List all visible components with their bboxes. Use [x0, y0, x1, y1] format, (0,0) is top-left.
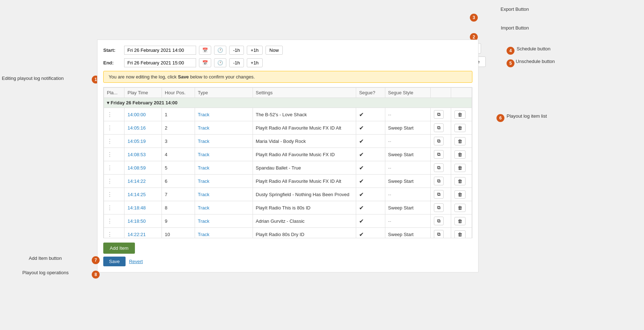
unschedule-label-text: Unschedule button	[516, 59, 555, 64]
add-item-label: Add Item button	[29, 256, 62, 261]
table-row: ⋮ 14:14:22 6 Track PlayIt Radio All Favo…	[104, 175, 472, 188]
delete-action-cell: 🗑	[451, 188, 472, 201]
delete-button[interactable]: 🗑	[454, 150, 466, 159]
playtime-link[interactable]: 14:05:16	[127, 125, 146, 131]
type-link[interactable]: Track	[198, 165, 209, 171]
playtime-cell: 14:05:19	[124, 135, 162, 148]
playtime-link[interactable]: 14:00:00	[127, 112, 146, 117]
settings-value: PlayIt Radio All Favourite Music FX ID A…	[256, 178, 341, 184]
start-calendar-icon[interactable]: 📅	[199, 46, 211, 55]
hourpos-value: 8	[165, 205, 167, 211]
hourpos-value: 1	[165, 112, 167, 117]
end-input[interactable]	[124, 58, 196, 67]
copy-button[interactable]: ⧉	[434, 177, 444, 185]
delete-button[interactable]: 🗑	[454, 217, 466, 225]
revert-button[interactable]: Revert	[129, 259, 143, 264]
drag-handle-cell: ⋮	[104, 121, 124, 135]
start-minus1h-button[interactable]: -1h	[229, 46, 244, 55]
end-calendar-icon[interactable]: 📅	[199, 58, 211, 67]
export-label-text: Export Button	[500, 6, 529, 12]
type-cell: Track	[195, 188, 253, 201]
playtime-link[interactable]: 14:18:48	[127, 205, 146, 211]
start-clock-icon[interactable]: 🕐	[214, 46, 226, 55]
playtime-link[interactable]: 14:08:59	[127, 165, 146, 171]
type-cell: Track	[195, 121, 253, 135]
settings-value: PlayIt Radio This is 80s ID	[256, 205, 310, 211]
playtime-cell: 14:00:00	[124, 108, 162, 121]
delete-button[interactable]: 🗑	[454, 204, 466, 212]
col-header-hourpos: Hour Pos.	[162, 88, 195, 98]
drag-handle[interactable]: ⋮	[107, 218, 113, 224]
segue-style-dash: --	[388, 165, 391, 171]
playtime-link[interactable]: 14:22:21	[127, 232, 146, 237]
drag-handle[interactable]: ⋮	[107, 125, 113, 131]
delete-button[interactable]: 🗑	[454, 177, 466, 185]
end-plus1h-button[interactable]: +1h	[247, 58, 263, 67]
type-link[interactable]: Track	[198, 218, 209, 224]
add-item-button[interactable]: Add Item	[103, 243, 135, 254]
hourpos-value: 7	[165, 192, 167, 197]
delete-button[interactable]: 🗑	[454, 164, 466, 172]
delete-action-cell: 🗑	[451, 214, 472, 228]
drag-handle[interactable]: ⋮	[107, 191, 113, 198]
copy-button[interactable]: ⧉	[434, 137, 444, 145]
hourpos-cell: 6	[162, 175, 195, 188]
type-cell: Track	[195, 214, 253, 228]
type-link[interactable]: Track	[198, 232, 209, 237]
drag-handle[interactable]: ⋮	[107, 178, 113, 184]
type-link[interactable]: Track	[198, 152, 209, 157]
table-row: ⋮ 14:22:21 10 Track PlayIt Radio 80s Dry…	[104, 228, 472, 239]
delete-button[interactable]: 🗑	[454, 190, 466, 199]
settings-cell: PlayIt Radio All Favourite Music FX ID A…	[253, 121, 356, 135]
badge-6: 6	[496, 114, 504, 122]
copy-button[interactable]: ⧉	[434, 230, 444, 238]
start-input[interactable]	[124, 46, 196, 55]
playtime-link[interactable]: 14:18:50	[127, 218, 146, 224]
type-link[interactable]: Track	[198, 125, 209, 131]
copy-button[interactable]: ⧉	[434, 217, 444, 225]
type-link[interactable]: Track	[198, 192, 209, 197]
delete-button[interactable]: 🗑	[454, 110, 466, 119]
drag-handle[interactable]: ⋮	[107, 138, 113, 144]
hourpos-value: 3	[165, 139, 167, 144]
playtime-cell: 14:08:53	[124, 148, 162, 161]
playtime-link[interactable]: 14:14:25	[127, 192, 146, 197]
type-link[interactable]: Track	[198, 139, 209, 144]
playtime-link[interactable]: 14:08:53	[127, 152, 146, 157]
copy-button[interactable]: ⧉	[434, 123, 444, 132]
copy-button[interactable]: ⧉	[434, 163, 444, 172]
now-button[interactable]: Now	[266, 46, 283, 55]
start-row: Start: 📅 🕐 -1h +1h Now	[103, 46, 472, 55]
copy-button[interactable]: ⧉	[434, 150, 444, 159]
drag-handle[interactable]: ⋮	[107, 205, 113, 211]
delete-button[interactable]: 🗑	[454, 230, 466, 239]
delete-button[interactable]: 🗑	[454, 124, 466, 132]
log-table-wrapper[interactable]: Pla... Play Time Hour Pos. Type Settings…	[103, 87, 472, 238]
settings-cell: PlayIt Radio All Favourite Music FX ID A…	[253, 175, 356, 188]
drag-handle[interactable]: ⋮	[107, 165, 113, 171]
drag-handle[interactable]: ⋮	[107, 112, 113, 118]
copy-action-cell: ⧉	[431, 201, 451, 214]
playtime-link[interactable]: 14:14:22	[127, 178, 146, 184]
type-link[interactable]: Track	[198, 112, 209, 117]
segue-checkmark: ✔	[359, 178, 364, 184]
copy-button[interactable]: ⧉	[434, 190, 444, 199]
drag-handle[interactable]: ⋮	[107, 152, 113, 158]
start-plus1h-button[interactable]: +1h	[247, 46, 263, 55]
drag-handle[interactable]: ⋮	[107, 231, 113, 238]
copy-button[interactable]: ⧉	[434, 110, 444, 119]
editing-notification-bar: You are now editing the log, click Save …	[103, 71, 472, 83]
seguestyle-cell: Sweep Start	[385, 201, 430, 214]
copy-button[interactable]: ⧉	[434, 203, 444, 212]
playtime-link[interactable]: 14:05:19	[127, 139, 146, 144]
delete-action-cell: 🗑	[451, 148, 472, 161]
playtime-cell: 14:22:21	[124, 228, 162, 239]
delete-button[interactable]: 🗑	[454, 137, 466, 145]
type-link[interactable]: Track	[198, 178, 209, 184]
segue-checkmark: ✔	[359, 152, 364, 158]
save-button[interactable]: Save	[103, 257, 126, 266]
end-minus1h-button[interactable]: -1h	[229, 58, 244, 67]
settings-cell: Maria Vidal - Body Rock	[253, 135, 356, 148]
type-link[interactable]: Track	[198, 205, 209, 211]
end-clock-icon[interactable]: 🕐	[214, 58, 226, 67]
